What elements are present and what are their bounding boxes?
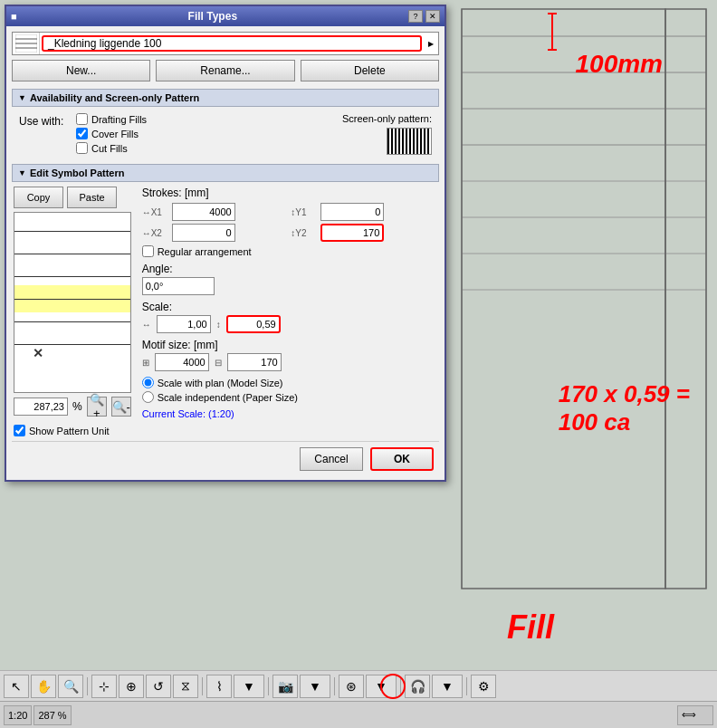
tool-camera[interactable]: 📷 bbox=[272, 675, 298, 698]
edit-symbol-section: ▼ Edit Symbol Pattern Copy Paste bbox=[12, 164, 439, 436]
title-bar-controls: ? ✕ bbox=[408, 10, 440, 23]
tool-line[interactable]: ⌇ bbox=[206, 675, 232, 698]
y1-input[interactable] bbox=[320, 203, 384, 221]
close-button[interactable]: ✕ bbox=[425, 10, 440, 23]
scale-x-input[interactable] bbox=[157, 315, 211, 333]
cut-fills-label: Cut Fills bbox=[91, 143, 128, 154]
tool-zoom[interactable]: 🔍 bbox=[58, 675, 83, 698]
scale-area: Scale: ↔ ↕ bbox=[142, 301, 437, 333]
scale-with-plan-radio[interactable] bbox=[142, 377, 154, 388]
dialog-title: Fill Types bbox=[188, 10, 237, 23]
edit-header-label: Edit Symbol Pattern bbox=[30, 168, 125, 178]
availability-header: ▼ Availability and Screen-only Pattern bbox=[12, 89, 439, 107]
motif-area: Motif size: [mm] ⊞ ⊟ bbox=[142, 339, 437, 371]
tool-hand[interactable]: ✋ bbox=[31, 675, 56, 698]
screen-pattern-preview bbox=[387, 128, 432, 155]
tool-dropdown[interactable]: ▼ bbox=[234, 675, 264, 698]
help-button[interactable]: ? bbox=[408, 10, 423, 23]
cut-fills-row: Cut Fills bbox=[76, 142, 147, 154]
dialog-body: _Kledning liggende 100 ▶ New... Rename..… bbox=[6, 26, 445, 480]
tool-pointer[interactable]: ↖ bbox=[4, 675, 29, 698]
scale-independent-radio[interactable] bbox=[142, 391, 154, 403]
zoom-out-button[interactable]: 🔍- bbox=[111, 397, 131, 417]
fill-types-dialog: ■ Fill Types ? ✕ _Kledning liggende 100 … bbox=[5, 5, 446, 482]
radio-section: Scale with plan (Model Size) Scale indep… bbox=[142, 377, 437, 403]
svg-rect-14 bbox=[462, 9, 665, 589]
collapse-triangle[interactable]: ▼ bbox=[18, 93, 26, 102]
motif-label: Motif size: [mm] bbox=[142, 339, 437, 351]
show-pattern-unit-row: Show Pattern Unit bbox=[14, 425, 131, 436]
bottom-toolbar: ↖ ✋ 🔍 ⊹ ⊕ ↺ ⧖ ⌇ ▼ 📷 ▼ ⊛ ▼ 🎧 ▼ ⚙ bbox=[0, 670, 717, 701]
new-button[interactable]: New... bbox=[12, 60, 150, 81]
scale-y-input[interactable] bbox=[226, 315, 281, 333]
cover-fills-checkbox[interactable] bbox=[76, 128, 88, 139]
zoom-row: % 🔍+ 🔍- bbox=[14, 397, 131, 417]
percent-label: % bbox=[72, 400, 82, 413]
zoom-percent-input[interactable] bbox=[14, 398, 68, 416]
motif-y-icon: ⊟ bbox=[215, 358, 222, 368]
use-with-row: Use with: Drafting Fills Cover Fills bbox=[12, 111, 439, 157]
drafting-fills-label: Drafting Fills bbox=[91, 114, 147, 125]
cancel-button[interactable]: Cancel bbox=[300, 447, 363, 471]
ok-button[interactable]: OK bbox=[370, 447, 434, 471]
tool-headphones-dropdown[interactable]: ▼ bbox=[432, 675, 463, 698]
use-with-label: Use with: bbox=[19, 113, 69, 128]
motif-y-input[interactable] bbox=[227, 353, 282, 371]
motif-x-icon: ⊞ bbox=[142, 358, 149, 368]
tool-snap-dropdown[interactable]: ▼ bbox=[366, 675, 397, 698]
tool-headphones[interactable]: 🎧 bbox=[405, 675, 430, 698]
tool-mirror[interactable]: ⧖ bbox=[173, 675, 198, 698]
x2-input[interactable] bbox=[172, 224, 235, 242]
scale-row: ↔ ↕ bbox=[142, 315, 437, 333]
drafting-fills-checkbox[interactable] bbox=[76, 113, 88, 125]
pattern-dropdown-arrow[interactable]: ▶ bbox=[424, 40, 438, 48]
delete-button[interactable]: Delete bbox=[301, 60, 439, 81]
y2-input[interactable] bbox=[320, 224, 384, 242]
annotation-calc: 170 x 0,59 = 100 ca bbox=[559, 380, 690, 436]
background-drawing bbox=[444, 0, 717, 634]
paste-button[interactable]: Paste bbox=[67, 187, 117, 208]
angle-input[interactable] bbox=[142, 277, 215, 295]
scale-y-icon: ↕ bbox=[216, 320, 221, 330]
show-pattern-checkbox[interactable] bbox=[14, 425, 25, 436]
title-bar-icon: ■ bbox=[11, 11, 17, 22]
tool-extra[interactable]: ⚙ bbox=[471, 675, 496, 698]
scrollbar-indicator[interactable]: ⟺ bbox=[677, 705, 713, 725]
tool-rotate[interactable]: ↺ bbox=[146, 675, 171, 698]
status-bar: 1:20 287 % ⟺ bbox=[0, 701, 717, 728]
svg-rect-13 bbox=[665, 9, 706, 589]
strokes-grid: ↔X1 ↕Y1 ↔X2 ↕Y2 bbox=[142, 203, 437, 242]
tool-camera-dropdown[interactable]: ▼ bbox=[300, 675, 330, 698]
tool-select[interactable]: ⊹ bbox=[91, 675, 117, 698]
ok-cancel-row: Cancel OK bbox=[12, 441, 439, 474]
angle-label: Angle: bbox=[142, 263, 437, 275]
regular-arrangement-label: Regular arrangement bbox=[158, 246, 252, 257]
title-bar: ■ Fill Types ? ✕ bbox=[6, 6, 445, 26]
x1-input[interactable] bbox=[172, 203, 235, 221]
edit-header: ▼ Edit Symbol Pattern bbox=[12, 164, 439, 182]
zoom-in-button[interactable]: 🔍+ bbox=[87, 397, 107, 417]
strokes-label: Strokes: [mm] bbox=[142, 187, 437, 199]
tool-snap[interactable]: ⊛ bbox=[339, 675, 364, 698]
pattern-icon bbox=[13, 33, 40, 54]
current-scale: Current Scale: (1:20) bbox=[142, 408, 437, 419]
checkboxes: Drafting Fills Cover Fills Cut Fills bbox=[76, 113, 147, 154]
regular-arrangement-row: Regular arrangement bbox=[142, 245, 437, 257]
scale-display: 1:20 bbox=[4, 705, 32, 725]
edit-collapse-triangle[interactable]: ▼ bbox=[18, 168, 26, 177]
regular-arrangement-checkbox[interactable] bbox=[142, 245, 154, 257]
screen-pattern-area: Screen-only pattern: bbox=[342, 113, 432, 155]
tool-move[interactable]: ⊕ bbox=[119, 675, 144, 698]
rename-button[interactable]: Rename... bbox=[156, 60, 294, 81]
copy-button[interactable]: Copy bbox=[14, 187, 63, 208]
y1-icon: ↕Y1 bbox=[291, 207, 318, 217]
angle-area: Angle: bbox=[142, 263, 437, 295]
pattern-name: _Kledning liggende 100 bbox=[42, 35, 422, 52]
cut-fills-checkbox[interactable] bbox=[76, 142, 88, 154]
scale-with-plan-row: Scale with plan (Model Size) bbox=[142, 377, 437, 388]
pattern-selector[interactable]: _Kledning liggende 100 ▶ bbox=[12, 32, 439, 55]
scale-independent-label: Scale independent (Paper Size) bbox=[158, 392, 298, 403]
motif-x-input[interactable] bbox=[155, 353, 209, 371]
scale-label: Scale: bbox=[142, 301, 437, 313]
x1-icon: ↔X1 bbox=[142, 207, 169, 217]
